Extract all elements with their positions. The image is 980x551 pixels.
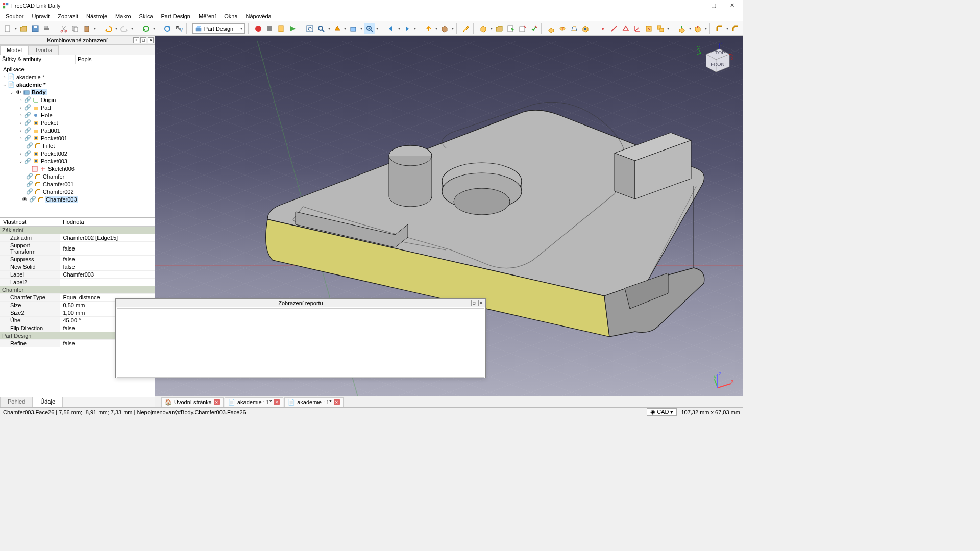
link-up-dropdown[interactable]: ▾ <box>434 26 438 31</box>
part-box-dropdown[interactable]: ▾ <box>489 26 494 31</box>
datum-cs-icon[interactable] <box>632 23 643 34</box>
prop-row-zakladni[interactable]: ZákladníChamfer002 [Edge15] <box>0 234 155 242</box>
tree-sketch006[interactable]: Sketch006 <box>0 165 155 172</box>
pocket-icon[interactable] <box>580 23 592 34</box>
copy-icon[interactable] <box>70 23 81 34</box>
tree-chamfer003[interactable]: 👁🔗Chamfer003 <box>0 195 155 203</box>
fillet-dropdown[interactable]: ▾ <box>726 26 730 31</box>
new-dropdown[interactable]: ▾ <box>14 26 18 31</box>
pad-icon[interactable] <box>546 23 557 34</box>
drawstyle-dropdown[interactable]: ▾ <box>344 26 348 31</box>
nav-back-dropdown[interactable]: ▾ <box>397 26 401 31</box>
panel-restore-button[interactable]: ◻ <box>140 37 146 43</box>
view-iso-dropdown[interactable]: ▾ <box>375 26 379 31</box>
undo-dropdown[interactable]: ▾ <box>114 26 118 31</box>
menu-napoveda[interactable]: Nápověda <box>242 12 275 20</box>
report-restore-button[interactable]: ◻ <box>471 300 477 306</box>
undo-icon[interactable] <box>103 23 114 34</box>
tree-pocket002[interactable]: ›🔗Pocket002 <box>0 149 155 157</box>
folder-icon[interactable] <box>494 23 505 34</box>
doctab-close-icon[interactable]: ✕ <box>334 399 340 405</box>
menu-makro[interactable]: Makro <box>112 12 135 20</box>
chamfer-icon[interactable] <box>730 23 741 34</box>
loft-icon[interactable] <box>569 23 580 34</box>
status-nav-style[interactable]: ◉ CAD ▾ <box>647 408 677 416</box>
refresh-dropdown[interactable]: ▾ <box>152 26 156 31</box>
tree-pocket003[interactable]: ⌄🔗Pocket003 <box>0 157 155 165</box>
save-icon[interactable] <box>30 23 41 34</box>
tree-chamfer001[interactable]: 🔗Chamfer001 <box>0 180 155 188</box>
fit-selection-icon[interactable] <box>316 23 327 34</box>
prop-row-newsolid[interactable]: New Solidfalse <box>0 263 155 271</box>
map-sketch-icon[interactable] <box>517 23 528 34</box>
tree-app[interactable]: Aplikace <box>0 65 155 73</box>
menu-nastroje[interactable]: Nástroje <box>83 12 111 20</box>
menu-mereni[interactable]: Měření <box>195 12 219 20</box>
pocket2-icon[interactable] <box>693 23 704 34</box>
datum-point-icon[interactable] <box>597 23 608 34</box>
doctab-akademie-1[interactable]: 📄akademie : 1*✕ <box>225 397 283 407</box>
tab-tvorba[interactable]: Tvorba <box>28 45 59 55</box>
redo-dropdown[interactable]: ▾ <box>131 26 135 31</box>
open-icon[interactable] <box>18 23 29 34</box>
nav-back-icon[interactable] <box>385 23 397 34</box>
tree-view[interactable]: Aplikace ›📄akademie * ⌄📄akademie * ⌄👁Bod… <box>0 64 155 217</box>
tree-body[interactable]: ⌄👁Body <box>0 88 155 96</box>
clone-dropdown[interactable]: ▾ <box>666 26 670 31</box>
paste-icon[interactable] <box>81 23 92 34</box>
measure-icon[interactable] <box>461 23 472 34</box>
shapebinder-icon[interactable] <box>643 23 654 34</box>
close-button[interactable]: ✕ <box>723 1 741 11</box>
prop-col-name[interactable]: Vlastnost <box>0 218 60 227</box>
panel-close-button[interactable]: ✕ <box>148 37 154 43</box>
tree-pocket[interactable]: ›🔗Pocket <box>0 119 155 127</box>
doctab-akademie-2[interactable]: 📄akademie : 1*✕ <box>284 397 343 407</box>
tree-col-desc[interactable]: Popis <box>76 55 94 64</box>
report-close-button[interactable]: ✕ <box>478 300 484 306</box>
datum-plane-icon[interactable] <box>620 23 631 34</box>
nav-fwd-icon[interactable] <box>402 23 413 34</box>
revolve-icon[interactable] <box>557 23 568 34</box>
prop-row-suppress[interactable]: Suppressfalse <box>0 256 155 263</box>
part-box-icon[interactable] <box>478 23 489 34</box>
validate-sketch-icon[interactable] <box>528 23 540 34</box>
link-up-icon[interactable] <box>423 23 434 34</box>
menu-upravit[interactable]: Upravit <box>28 12 53 20</box>
macro-play-icon[interactable] <box>287 23 299 34</box>
prop-row-label2[interactable]: Label2 <box>0 279 155 286</box>
fit-all-icon[interactable] <box>304 23 315 34</box>
tree-pad[interactable]: ›🔗Pad <box>0 104 155 111</box>
panel-float-button[interactable]: ▫ <box>133 37 139 43</box>
whatsthis-icon[interactable]: ? <box>174 23 185 34</box>
report-header[interactable]: Zobrazení reportu _ ◻ ✕ <box>116 299 485 307</box>
clone-icon[interactable] <box>655 23 666 34</box>
minimize-button[interactable]: ─ <box>686 1 704 11</box>
tab-model[interactable]: Model <box>0 45 29 55</box>
redo-icon[interactable] <box>119 23 130 34</box>
nav-fwd-dropdown[interactable]: ▾ <box>413 26 417 31</box>
workbench-select[interactable]: Part Design ▾ <box>192 23 245 34</box>
tree-origin[interactable]: ›🔗Origin <box>0 96 155 104</box>
prop-row-suptransform[interactable]: Support Transformfalse <box>0 242 155 256</box>
prop-col-value[interactable]: Hodnota <box>60 218 155 227</box>
pad2-dropdown[interactable]: ▾ <box>688 26 692 31</box>
tab-udaje[interactable]: Údaje <box>33 397 63 407</box>
drawstyle-icon[interactable] <box>332 23 343 34</box>
bbox-dropdown[interactable]: ▾ <box>359 26 363 31</box>
menu-zobrazit[interactable]: Zobrazit <box>54 12 82 20</box>
doctab-close-icon[interactable]: ✕ <box>274 399 280 405</box>
maximize-button[interactable]: ▢ <box>704 1 723 11</box>
tab-pohled[interactable]: Pohled <box>0 397 33 407</box>
pocket2-dropdown[interactable]: ▾ <box>704 26 708 31</box>
menu-soubor[interactable]: Soubor <box>2 12 27 20</box>
prop-row-label[interactable]: LabelChamfer003 <box>0 271 155 279</box>
tree-col-labels[interactable]: Štítky & atributy <box>0 55 76 64</box>
edit-sketch-icon[interactable] <box>505 23 517 34</box>
tree-pocket001[interactable]: ›🔗Pocket001 <box>0 134 155 142</box>
link-box-dropdown[interactable]: ▾ <box>451 26 455 31</box>
pad2-icon[interactable] <box>676 23 688 34</box>
tree-chamfer002[interactable]: 🔗Chamfer002 <box>0 188 155 195</box>
tree-fillet[interactable]: 🔗Fillet <box>0 142 155 149</box>
doctab-close-icon[interactable]: ✕ <box>214 399 220 405</box>
report-window[interactable]: Zobrazení reportu _ ◻ ✕ <box>115 298 486 378</box>
